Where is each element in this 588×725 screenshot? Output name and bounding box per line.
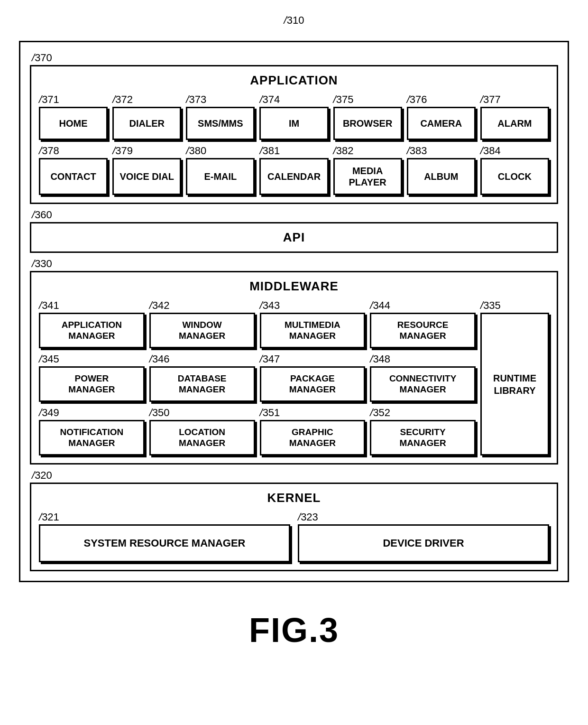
middleware-box-352: SECURITYMANAGER [370, 420, 476, 455]
middleware-box-344: RESOURCEMANAGER [370, 313, 476, 348]
ref-343: /343 [260, 299, 366, 312]
ref-370: /370 [30, 52, 558, 64]
middleware-box-343: MULTIMEDIAMANAGER [260, 313, 366, 348]
ref-380: /380 [186, 145, 255, 157]
app-box-377: ALARM [480, 107, 549, 140]
middleware-box-351: GRAPHICMANAGER [260, 420, 366, 455]
box-310: /370 APPLICATION /371HOME/372DIALER/373S… [19, 41, 569, 582]
ref-378: /378 [39, 145, 108, 157]
ref-360-label: 360 [35, 209, 52, 221]
app-box-378: CONTACT [39, 158, 108, 195]
ref-321: /321 [39, 511, 290, 523]
ref-374: /374 [259, 93, 328, 106]
app-box-375: BROWSER [333, 107, 402, 140]
ref-344: /344 [370, 299, 476, 312]
middleware-box-347: PACKAGEMANAGER [260, 366, 366, 402]
ref-384: /384 [480, 145, 549, 157]
middleware-row-3: /349NOTIFICATIONMANAGER/350LOCATIONMANAG… [39, 407, 476, 455]
middleware-grid: /341APPLICATIONMANAGER/342WINDOWMANAGER/… [39, 299, 476, 455]
middleware-box-346: DATABASEMANAGER [149, 366, 255, 402]
runtime-library-box: RUNTIMELIBRARY [480, 313, 549, 455]
diagram-container: /310 /370 APPLICATION /371HOME/372DIALER… [19, 14, 569, 650]
device-driver-box: DEVICE DRIVER [298, 524, 549, 562]
app-box-381: CALENDAR [259, 158, 328, 195]
middleware-section: MIDDLEWARE /341APPLICATIONMANAGER/342WIN… [30, 271, 558, 465]
ref-382: /382 [333, 145, 402, 157]
ref-320-label: 320 [35, 469, 52, 481]
ref-375: /375 [333, 93, 402, 106]
device-driver-label: DEVICE DRIVER [383, 537, 464, 549]
middleware-row-2: /345POWERMANAGER/346DATABASEMANAGER/347P… [39, 353, 476, 402]
ref-351: /351 [260, 407, 366, 419]
ref-383: /383 [407, 145, 476, 157]
runtime-library-label: RUNTIMELIBRARY [493, 372, 536, 397]
middleware-box-345: POWERMANAGER [39, 366, 145, 402]
app-box-383: ALBUM [407, 158, 476, 195]
ref-370-label: 370 [35, 52, 52, 64]
app-box-379: VOICE DIAL [112, 158, 181, 195]
ref-372: /372 [112, 93, 181, 106]
middleware-box-349: NOTIFICATIONMANAGER [39, 420, 145, 455]
ref-350: /350 [149, 407, 255, 419]
ref-342: /342 [149, 299, 255, 312]
app-box-380: E-MAIL [186, 158, 255, 195]
middleware-content: /341APPLICATIONMANAGER/342WINDOWMANAGER/… [39, 299, 549, 455]
app-box-371: HOME [39, 107, 108, 140]
kernel-label: KERNEL [39, 491, 549, 505]
middleware-box-350: LOCATIONMANAGER [149, 420, 255, 455]
kernel-section: KERNEL /321 SYSTEM RESOURCE MANAGER /323 [30, 483, 558, 571]
figure-label: FIG.3 [19, 611, 569, 650]
middleware-box-342: WINDOWMANAGER [149, 313, 255, 348]
ref-335-label: 335 [483, 299, 501, 311]
middleware-row-1: /341APPLICATIONMANAGER/342WINDOWMANAGER/… [39, 299, 476, 348]
app-row-2: /378CONTACT/379VOICE DIAL/380E-MAIL/381C… [39, 145, 549, 195]
ref-352: /352 [370, 407, 476, 419]
app-row-1: /371HOME/372DIALER/373SMS/MMS/374IM/375B… [39, 93, 549, 140]
ref-347: /347 [260, 353, 366, 365]
app-box-382: MEDIAPLAYER [333, 158, 402, 195]
app-box-374: IM [259, 107, 328, 140]
ref-323: /323 [298, 511, 549, 523]
ref-376: /376 [407, 93, 476, 106]
ref-335: /335 [480, 299, 501, 312]
ref-379: /379 [112, 145, 181, 157]
middleware-label: MIDDLEWARE [39, 279, 549, 294]
middleware-box-348: CONNECTIVITYMANAGER [370, 366, 476, 402]
ref-373: /373 [186, 93, 255, 106]
application-section: APPLICATION /371HOME/372DIALER/373SMS/MM… [30, 65, 558, 204]
ref-381: /381 [259, 145, 328, 157]
ref-320: /320 [30, 469, 558, 482]
kernel-row: /321 SYSTEM RESOURCE MANAGER /323 DEVICE… [39, 511, 549, 562]
ref-348: /348 [370, 353, 476, 365]
api-label: API [39, 230, 549, 245]
application-label: APPLICATION [39, 73, 549, 88]
ref-377: /377 [480, 93, 549, 106]
app-grid: /371HOME/372DIALER/373SMS/MMS/374IM/375B… [39, 93, 549, 195]
ref-330-label: 330 [35, 258, 52, 270]
ref-310: /310 [19, 14, 569, 27]
ref-310-label: 310 [287, 14, 304, 26]
middleware-box-341: APPLICATIONMANAGER [39, 313, 145, 348]
app-box-372: DIALER [112, 107, 181, 140]
ref-345: /345 [39, 353, 145, 365]
ref-346: /346 [149, 353, 255, 365]
ref-330: /330 [30, 258, 558, 270]
ref-371: /371 [39, 93, 108, 106]
app-box-384: CLOCK [480, 158, 549, 195]
app-box-373: SMS/MMS [186, 107, 255, 140]
system-resource-manager-box: SYSTEM RESOURCE MANAGER [39, 524, 290, 562]
ref-341: /341 [39, 299, 145, 312]
ref-349: /349 [39, 407, 145, 419]
app-box-376: CAMERA [407, 107, 476, 140]
ref-321-label: 321 [42, 511, 59, 523]
ref-323-label: 323 [301, 511, 318, 523]
api-section: API [30, 222, 558, 253]
ref-360: /360 [30, 209, 558, 221]
system-resource-manager-label: SYSTEM RESOURCE MANAGER [83, 537, 245, 549]
